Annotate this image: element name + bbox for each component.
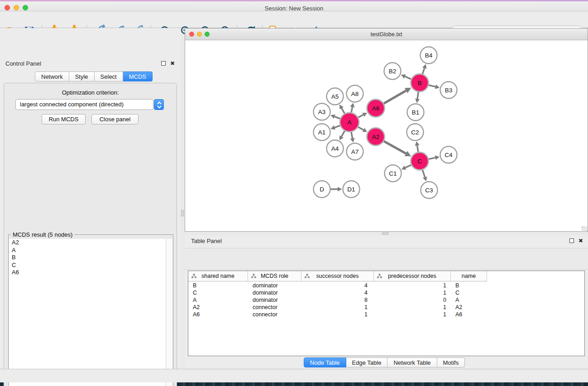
graph-edge[interactable]	[330, 125, 340, 129]
graph-edge[interactable]	[428, 85, 440, 89]
table-cell: 4	[301, 289, 374, 296]
table-cell: 1	[374, 282, 451, 289]
table-row[interactable]: Bdominator41B	[188, 282, 584, 289]
tab-motifs[interactable]: Motifs	[437, 357, 465, 367]
graph-edge[interactable]	[350, 103, 354, 113]
graph-node-label: A5	[331, 93, 339, 100]
graph-node-C3[interactable]: C3	[421, 182, 438, 199]
window-titlebar: Session: New Session	[0, 1, 588, 11]
graph-edge[interactable]	[383, 88, 411, 104]
table-row[interactable]: Cdominator41C	[188, 289, 584, 296]
graph-node-B3[interactable]: B3	[440, 82, 457, 99]
graph-node-B1[interactable]: B1	[407, 104, 424, 121]
vertical-split-handle[interactable]	[181, 210, 184, 216]
mcds-result-item[interactable]: A6	[9, 269, 172, 276]
table-panel-title: Table Panel	[191, 238, 222, 244]
graph-node-label: A1	[318, 129, 326, 136]
criterion-dropdown-value[interactable]: largest connected component (directed)	[15, 99, 153, 110]
column-header-1[interactable]: MCDS role	[248, 271, 301, 281]
network-graph[interactable]: AA1A2A3A4A5A6A7A8BB1B2B3B4CC1C2C3C4DD1	[185, 40, 588, 231]
tab-mcds[interactable]: MCDS	[123, 71, 153, 81]
close-panel-icon[interactable]: ✖	[170, 61, 175, 66]
graph-node-A1[interactable]: A1	[314, 124, 330, 141]
tab-style[interactable]: Style	[69, 71, 95, 81]
graph-node-A3[interactable]: A3	[314, 104, 330, 120]
mcds-result-item[interactable]: C	[9, 262, 172, 269]
column-header-4[interactable]: name	[451, 271, 487, 281]
table-row[interactable]: A2connector11A2	[188, 304, 584, 311]
graph-node-C4[interactable]: C4	[440, 147, 457, 163]
graph-edge[interactable]	[339, 105, 345, 114]
graph-node-B2[interactable]: B2	[384, 63, 401, 80]
table-panel-float-icon[interactable]	[569, 238, 574, 243]
column-header-label: MCDS role	[261, 273, 288, 279]
graph-edge[interactable]	[415, 141, 420, 152]
table-cell: dominator	[248, 282, 301, 289]
graph-node-D1[interactable]: D1	[343, 181, 360, 198]
network-canvas[interactable]: AA1A2A3A4A5A6A7A8BB1B2B3B4CC1C2C3C4DD1	[185, 40, 588, 231]
mcds-result-item[interactable]: A	[9, 247, 172, 254]
window-title: Session: New Session	[0, 5, 588, 12]
graph-node-B4[interactable]: B4	[421, 47, 437, 64]
table-cell: A	[188, 296, 248, 304]
graph-edge[interactable]	[330, 187, 342, 191]
graph-node-label: C4	[445, 152, 453, 158]
graph-edge[interactable]	[422, 64, 427, 74]
graph-edge[interactable]	[358, 113, 368, 118]
table-cell: connector	[248, 304, 301, 311]
graph-edge[interactable]	[401, 74, 411, 79]
table-panel-close-icon[interactable]: ✖	[578, 238, 583, 243]
result-list-scrollbar[interactable]	[166, 239, 172, 386]
graph-node-A6[interactable]: A6	[367, 100, 385, 117]
graph-node-C[interactable]: C	[411, 152, 429, 170]
dropdown-stepper-icon[interactable]	[154, 99, 164, 110]
graph-node-C1[interactable]: C1	[385, 165, 402, 182]
tab-network[interactable]: Network	[35, 71, 69, 81]
horizontal-split-handle[interactable]	[382, 232, 388, 235]
window-resize-grip[interactable]	[582, 226, 587, 231]
tab-network-table[interactable]: Network Table	[387, 357, 437, 367]
column-header-label: name	[462, 273, 476, 279]
mcds-result-item[interactable]: A2	[9, 239, 172, 247]
graph-node-A7[interactable]: A7	[347, 143, 363, 160]
graph-edge[interactable]	[350, 132, 355, 143]
run-mcds-button[interactable]: Run MCDS	[42, 114, 86, 124]
graph-node-label: B1	[412, 109, 420, 116]
graph-node-C2[interactable]: C2	[407, 124, 424, 141]
graph-edge[interactable]	[402, 165, 412, 170]
control-panel-title: Control Panel	[5, 60, 41, 67]
column-header-3[interactable]: predecessor nodes	[374, 271, 451, 281]
graph-node-label: B4	[425, 52, 433, 59]
graph-edge[interactable]	[383, 141, 411, 156]
column-header-2[interactable]: successor nodes	[301, 271, 374, 281]
mcds-result-item[interactable]: B	[9, 254, 172, 262]
graph-node-label: A2	[372, 133, 380, 140]
graph-node-A4[interactable]: A4	[327, 140, 344, 157]
graph-edge[interactable]	[358, 127, 367, 132]
close-panel-button[interactable]: Close panel	[91, 114, 139, 124]
table-cell: 1	[374, 289, 451, 296]
graph-edge[interactable]	[339, 130, 345, 140]
column-header-0[interactable]: shared name	[188, 271, 248, 281]
mcds-result-list[interactable]: A2ABCA6	[9, 239, 172, 386]
column-header-label: successor nodes	[316, 273, 359, 279]
graph-node-B[interactable]: B	[411, 74, 429, 92]
graph-node-D[interactable]: D	[314, 181, 330, 198]
tab-node-table[interactable]: Node Table	[304, 357, 346, 367]
graph-node-A8[interactable]: A8	[347, 86, 363, 102]
graph-edge[interactable]	[428, 156, 440, 160]
graph-node-A[interactable]: A	[340, 113, 359, 132]
graph-edge[interactable]	[330, 114, 340, 119]
table-row[interactable]: Adominator80A	[188, 296, 584, 304]
graph-node-A2[interactable]: A2	[367, 128, 385, 146]
tab-edge-table[interactable]: Edge Table	[346, 357, 388, 367]
graph-edge[interactable]	[422, 170, 427, 181]
graph-node-label: B	[417, 80, 421, 86]
graph-node-A5[interactable]: A5	[327, 88, 344, 105]
table-row[interactable]: A6connector11A6	[188, 311, 584, 318]
mcds-result-title: MCDS result (5 nodes)	[11, 231, 74, 238]
tab-select[interactable]: Select	[95, 71, 123, 81]
float-panel-icon[interactable]	[161, 61, 166, 66]
graph-edge[interactable]	[415, 91, 420, 103]
criterion-dropdown[interactable]: largest connected component (directed)	[15, 99, 161, 110]
